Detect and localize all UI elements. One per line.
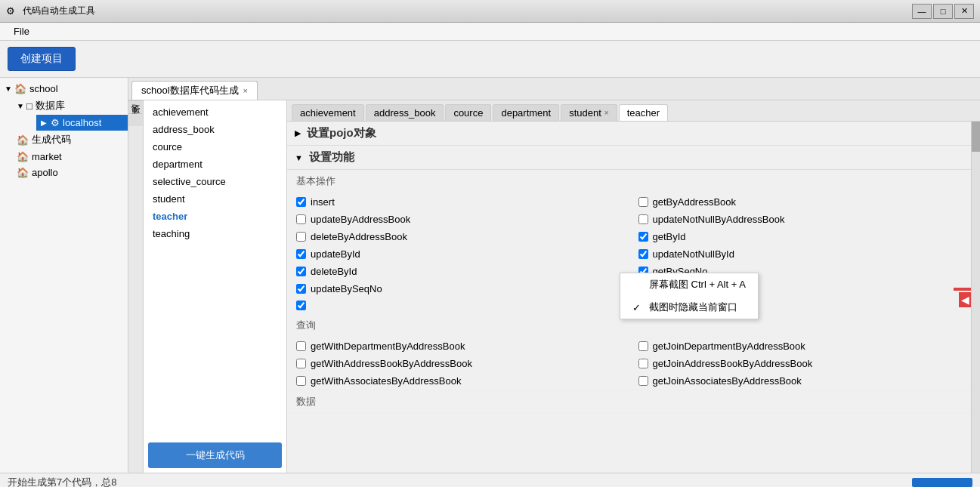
content-area: school数据库代码生成 × 配置 选项 achievement addres… [128,78,980,473]
table-item-achievement[interactable]: achievement [144,103,286,121]
checkbox-update-by-seq-no[interactable] [296,284,306,294]
function-section-header[interactable]: ▼ 设置功能 [287,146,971,170]
checkbox-update-by-address-book[interactable] [296,214,306,224]
label-update-by-address-book: updateByAddressBook [311,214,410,225]
context-menu-hide-window[interactable]: ✓ 截图时隐藏当前窗口 [620,296,758,319]
apollo-icon: 🏠 [17,167,29,178]
table-item-teaching[interactable]: teaching [144,225,286,242]
checkbox-get-by-address-book[interactable] [638,197,648,207]
label-update-not-null-by-address-book: updateNotNullByAddressBook [653,214,785,225]
tab-achievement[interactable]: achievement [292,104,364,121]
label-get-with-addr-by-addr: getWithAddressBookByAddressBook [311,358,472,369]
sidebar-item-database[interactable]: ▼ □ 数据库 [12,97,128,115]
checkbox-get-with-assoc-by-addr[interactable] [296,376,306,386]
label-update-by-id: updateById [311,248,360,260]
sidebar-item-localhost[interactable]: ▶ ⚙ localhost [36,115,128,131]
table-item-cource[interactable]: cource [144,138,286,156]
table-item-teacher[interactable]: teacher [144,208,286,225]
checkbox-partial[interactable] [296,301,306,310]
scroll-thumb[interactable] [972,122,980,152]
label-delete-by-id: deleteById [311,266,357,277]
tab-student-close[interactable]: × [604,109,609,117]
progress-bar [912,478,972,487]
checkbox-row: deleteByAddressBook [287,228,629,245]
outer-tab-close[interactable]: × [243,86,248,95]
checkbox-get-join-addr-by-addr[interactable] [638,359,648,368]
checkbox-row: deleteById [287,263,629,280]
localhost-label: localhost [63,117,101,128]
file-menu[interactable]: File [6,24,37,39]
title-bar: ⚙ 代码自动生成工具 — □ ✕ [0,0,980,23]
tab-cource[interactable]: cource [445,104,491,121]
sub-node-database: ▼ □ 数据库 ▶ ⚙ localhost [0,97,128,131]
minimize-button[interactable]: — [912,4,932,19]
checkbox-get-join-dept-by-addr[interactable] [638,341,648,351]
label-get-by-id: getById [653,231,686,242]
tab-teacher[interactable]: teacher [619,104,668,121]
label-get-join-addr-by-addr: getJoinAddressBookByAddressBook [653,358,813,369]
sub-node-apollo: 🏠 apollo [0,165,128,180]
checkbox-update-by-id[interactable] [296,249,306,259]
tab-address-book[interactable]: address_book [366,104,444,121]
checkbox-update-not-null-by-address-book[interactable] [638,214,648,224]
database-label: 数据库 [36,99,65,113]
table-item-department[interactable]: department [144,156,286,173]
checkbox-get-with-dept-by-addr[interactable] [296,341,306,351]
tab-department-label: department [501,107,551,119]
sub-node-generate: 🏠 生成代码 [0,131,128,149]
outer-tab-bar: school数据库代码生成 × [128,78,980,100]
sidebar-item-generate[interactable]: 🏠 生成代码 [12,131,128,149]
generate-icon: 🏠 [17,134,29,146]
vert-btn-1[interactable]: 配置 [128,100,143,113]
context-menu-screenshot[interactable]: 屏幕截图 Ctrl + Alt + A [620,273,758,296]
checkbox-update-not-null-by-id[interactable] [638,249,648,259]
red-label[interactable]: 截图 [954,288,971,291]
sidebar-item-school[interactable]: ▼ 🏠 school [0,81,128,97]
query-checkbox-grid: getWithDepartmentByAddressBook getJoinDe… [287,338,971,390]
maximize-button[interactable]: □ [933,4,953,19]
check-icon: ✓ [632,302,643,313]
sidebar: ▼ 🏠 school ▼ □ 数据库 ▶ ⚙ localhost [0,78,128,473]
sidebar-item-apollo[interactable]: 🏠 apollo [12,165,128,180]
tab-department[interactable]: department [493,104,559,121]
toolbar: 创建项目 [0,41,980,78]
tab-student[interactable]: student × [561,104,617,121]
right-content: achievement address_book cource departme… [287,100,980,473]
checkbox-row: updateNotNullByAddressBook [629,211,972,228]
label-update-by-seq-no: updateBySeqNo [311,283,382,294]
table-item-selective-cource[interactable]: selective_cource [144,173,286,190]
checkbox-get-join-assoc-by-addr[interactable] [638,376,648,386]
sidebar-item-market[interactable]: 🏠 market [12,149,128,165]
checkbox-get-with-addr-by-addr[interactable] [296,359,306,368]
label-get-with-dept-by-addr: getWithDepartmentByAddressBook [311,341,465,352]
checkbox-row: updateById [287,245,629,263]
create-project-button[interactable]: 创建项目 [8,47,76,71]
red-arrow[interactable]: ◀ [959,292,971,307]
generate-button[interactable]: 一键生成代码 [148,442,282,468]
window-controls: — □ ✕ [912,4,974,19]
checkbox-row [287,297,629,313]
context-menu-screenshot-label: 屏幕截图 Ctrl + Alt + A [649,278,746,291]
close-button[interactable]: ✕ [954,4,974,19]
checkbox-insert[interactable] [296,197,306,207]
outer-tab-school[interactable]: school数据库代码生成 × [131,81,258,100]
checkbox-row: updateByAddressBook [287,211,629,228]
sub-node-market: 🏠 market [0,149,128,165]
table-item-student[interactable]: student [144,190,286,208]
checkbox-get-by-id[interactable] [638,232,648,242]
vert-btn-2[interactable]: 选项 [128,113,143,126]
checkbox-row: getWithAssociatesByAddressBook [287,372,629,390]
checkbox-row: updateBySeqNo [287,280,629,297]
pojo-section-title: 设置pojo对象 [307,126,376,140]
checkbox-delete-by-id[interactable] [296,267,306,276]
scroll-indicator[interactable] [971,122,980,473]
table-item-address-book[interactable]: address_book [144,121,286,138]
arrow-icon: ▼ [5,85,12,93]
market-icon: 🏠 [17,151,29,162]
pojo-section-header[interactable]: ▶ 设置pojo对象 [287,122,971,146]
checkbox-row: getById [629,228,972,245]
data-label: 数据 [287,390,971,414]
vertical-buttons: 配置 选项 [128,100,144,473]
side-red-panel: 截图 ◀ [954,288,971,307]
checkbox-delete-by-address-book[interactable] [296,232,306,242]
